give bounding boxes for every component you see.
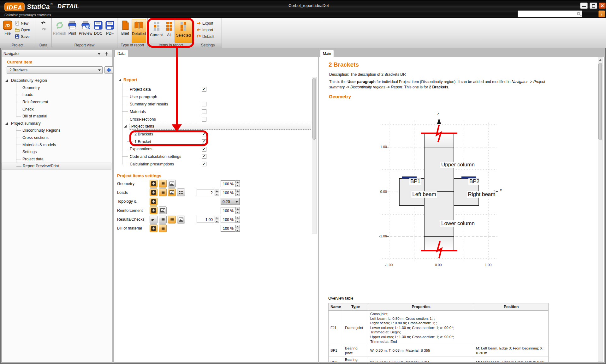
nav-item-project-data[interactable]: Project data <box>2 156 111 163</box>
add-item-button[interactable]: ✚ <box>104 66 113 74</box>
selected-items-button[interactable]: Selected <box>175 19 192 43</box>
file-button[interactable]: ID File <box>1 19 14 43</box>
list-icon[interactable] <box>159 224 167 232</box>
print-button[interactable]: Print <box>66 19 79 43</box>
collapse-icon[interactable] <box>5 79 8 82</box>
tab-data[interactable]: Data <box>115 50 128 57</box>
all-items-button[interactable]: All <box>164 19 175 43</box>
nav-node-project-summary[interactable]: Project summary <box>2 120 111 127</box>
checkbox-2-brackets[interactable]: ✓ <box>202 132 206 136</box>
spin-down-icon[interactable] <box>235 229 240 232</box>
spin-up-icon[interactable] <box>235 180 240 184</box>
report-item-materials[interactable]: Materials <box>114 108 310 116</box>
detailed-button[interactable]: Detailed <box>132 19 146 43</box>
spin-down-icon[interactable] <box>235 184 240 187</box>
checkbox-calculation-presumptions[interactable]: ✓ <box>202 162 206 166</box>
redo-button[interactable] <box>39 27 48 33</box>
table-icon[interactable] <box>177 188 185 196</box>
list-icon[interactable] <box>159 180 167 188</box>
import-button[interactable]: Import <box>195 27 215 33</box>
list-icon[interactable] <box>168 216 176 224</box>
chapter-icon[interactable] <box>150 188 157 196</box>
spin-down-icon[interactable] <box>235 220 240 223</box>
export-button[interactable]: Export <box>195 20 215 26</box>
default-button[interactable]: Default <box>195 33 215 39</box>
report-item-calculation-presumptions[interactable]: Calculation presumptions ✓ <box>114 160 310 168</box>
spin-up-icon[interactable] <box>235 225 240 228</box>
spin-down-icon[interactable] <box>215 193 219 196</box>
checkbox-code-calculation-settings[interactable]: ✓ <box>202 154 206 159</box>
navigator-menu-icon[interactable] <box>98 53 101 55</box>
nav-item-discontinuity-regions[interactable]: Discontinuity Regions <box>2 127 111 134</box>
close-button[interactable]: ✕ <box>599 3 606 9</box>
collapse-icon[interactable] <box>124 125 127 128</box>
report-item-cross-sections[interactable]: Cross-sections <box>114 116 310 123</box>
nav-item-report-preview-print[interactable]: Report Preview/Print <box>2 163 111 170</box>
topology-opacity-dropdown[interactable]: 0.20 <box>221 198 240 205</box>
report-item-explanations[interactable]: Explanations ✓ <box>114 146 310 153</box>
report-item-project-data[interactable]: Project data ✓ <box>114 86 310 93</box>
refresh-button[interactable]: Refresh <box>53 19 66 43</box>
report-item-code-calculation-settings[interactable]: Code and calculation settings ✓ <box>114 153 310 160</box>
image-icon[interactable] <box>168 180 176 188</box>
checkbox-materials[interactable] <box>202 109 206 114</box>
image-icon[interactable] <box>168 188 176 196</box>
pdf-export-button[interactable]: PDF <box>104 19 116 43</box>
list-icon[interactable] <box>159 216 167 224</box>
bill-scale-spinner[interactable]: 100 % <box>221 225 240 232</box>
spin-up-icon[interactable] <box>235 189 240 193</box>
minimize-button[interactable] <box>580 3 588 9</box>
spin-down-icon[interactable] <box>235 211 240 214</box>
spin-up-icon[interactable] <box>215 216 219 219</box>
scrollbar-thumb[interactable] <box>312 78 316 140</box>
spin-up-icon[interactable] <box>235 216 240 219</box>
main-panel-scrollbar[interactable] <box>598 57 603 362</box>
save-button[interactable]: Save <box>14 33 31 39</box>
brief-button[interactable]: Brief <box>119 19 132 43</box>
preview-button[interactable]: Preview <box>79 19 92 43</box>
chapter-icon[interactable] <box>150 206 157 214</box>
current-items-button[interactable]: Current <box>149 19 164 43</box>
nav-item-geometry[interactable]: Geometry <box>2 84 111 92</box>
checkbox-project-data[interactable]: ✓ <box>202 87 206 92</box>
image-icon[interactable] <box>177 216 185 224</box>
chapter-icon[interactable] <box>150 224 157 232</box>
nav-item-check[interactable]: Check <box>2 105 111 113</box>
nav-item-bill-of-material[interactable]: Bill of material <box>2 113 111 120</box>
report-item-2-brackets[interactable]: 2 Brackets ✓ <box>114 130 310 138</box>
nav-item-materials-models[interactable]: Materials & models <box>2 141 111 148</box>
list-icon[interactable] <box>159 188 167 196</box>
pin-icon[interactable] <box>105 51 108 57</box>
scroll-up-icon[interactable] <box>599 59 602 61</box>
results-value-spinner[interactable]: 1.00 <box>197 216 219 223</box>
data-panel-scrollbar[interactable] <box>312 77 317 234</box>
scrollbar-thumb[interactable] <box>598 63 602 140</box>
doc-export-button[interactable]: DOC <box>92 19 104 43</box>
collapse-icon[interactable] <box>119 79 121 81</box>
nav-item-reinforcement[interactable]: Reinforcement <box>2 98 111 106</box>
report-item-1-bracket[interactable]: 1 Bracket ✓ <box>114 138 310 146</box>
search-input[interactable] <box>518 10 582 17</box>
checkbox-1-bracket[interactable]: ✓ <box>202 139 206 144</box>
results-scale-spinner[interactable]: 100 % <box>221 216 240 223</box>
report-item-summary-brief-results[interactable]: Summary brief results <box>114 100 310 108</box>
loads-count-spinner[interactable]: 2 <box>197 189 219 196</box>
image-icon[interactable] <box>159 206 167 214</box>
chapter-icon[interactable] <box>150 180 157 188</box>
nav-node-discontinuity-region[interactable]: Discontinuity Region <box>2 77 111 84</box>
spin-up-icon[interactable] <box>235 207 240 211</box>
open-button[interactable]: Open <box>14 27 31 33</box>
checkbox-explanations[interactable]: ✓ <box>202 147 206 152</box>
report-item-project-items[interactable]: Project items <box>114 123 310 130</box>
report-item-user-paragraph[interactable]: User paragraph <box>114 93 310 101</box>
report-tree-root[interactable]: Report <box>123 77 137 82</box>
maximize-button[interactable] <box>590 3 597 9</box>
info-button[interactable]: i <box>598 10 605 17</box>
spin-down-icon[interactable] <box>235 193 240 196</box>
nav-item-settings[interactable]: Settings <box>2 148 111 156</box>
reinforcement-scale-spinner[interactable]: 100 % <box>221 207 240 214</box>
spin-down-icon[interactable] <box>215 220 219 223</box>
tab-main[interactable]: Main <box>320 50 334 57</box>
spin-up-icon[interactable] <box>215 189 219 193</box>
checkbox-cross-sections[interactable] <box>202 117 206 122</box>
